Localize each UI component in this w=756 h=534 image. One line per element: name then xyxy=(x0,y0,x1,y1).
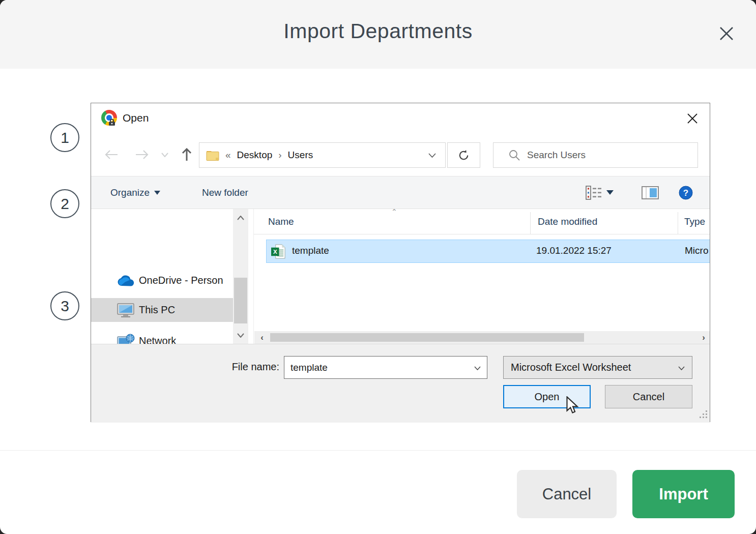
file-list: ⌃ Name Date modified Type X templ xyxy=(253,209,710,344)
cancel-button[interactable]: Cancel xyxy=(517,470,617,518)
search-input[interactable]: Search Users xyxy=(493,142,698,168)
help-icon: ? xyxy=(679,186,693,200)
column-header-date-modified[interactable]: Date modified xyxy=(538,216,597,227)
dialog-title: Open xyxy=(123,112,149,124)
places-sidebar: OneDrive - Person This PC xyxy=(91,209,233,344)
file-date-cell: 19.01.2022 15:27 xyxy=(536,245,612,256)
step-2-badge: 2 xyxy=(50,189,79,218)
step-3-badge: 3 xyxy=(50,291,79,320)
scroll-down-icon[interactable] xyxy=(233,329,248,342)
file-type-cell: Micro xyxy=(685,245,708,256)
open-button-label: Open xyxy=(535,391,560,403)
horizontal-scrollbar-thumb[interactable] xyxy=(270,333,584,342)
footer-divider xyxy=(0,450,756,451)
file-type-value: Microsoft Excel Worksheet xyxy=(511,362,631,373)
file-name-input[interactable]: template xyxy=(284,356,487,379)
dialog-titlebar: Open xyxy=(91,103,710,133)
file-open-dialog: Open xyxy=(91,103,710,422)
view-mode-dropdown-icon xyxy=(606,190,614,195)
import-button[interactable]: Import xyxy=(632,470,735,518)
sidebar-scrollbar[interactable] xyxy=(233,209,248,344)
scroll-right-icon[interactable]: › xyxy=(697,331,710,344)
file-list-header: ⌃ Name Date modified Type xyxy=(254,209,710,234)
new-folder-label: New folder xyxy=(202,187,248,198)
step-1-badge: 1 xyxy=(50,123,79,152)
refresh-icon xyxy=(458,150,470,161)
sidebar-item-label: This PC xyxy=(139,304,175,316)
sidebar-item-this-pc[interactable]: This PC xyxy=(91,298,233,322)
list-view-icon xyxy=(586,186,602,200)
up-icon[interactable] xyxy=(179,141,195,168)
scroll-up-icon[interactable] xyxy=(233,211,248,224)
file-type-dropdown-icon xyxy=(678,364,685,372)
resize-grip-icon[interactable] xyxy=(699,409,709,420)
column-header-type[interactable]: Type xyxy=(684,216,705,227)
sidebar-scrollbar-thumb[interactable] xyxy=(234,278,247,323)
lock-badge-icon xyxy=(108,118,115,126)
new-folder-button[interactable]: New folder xyxy=(202,176,248,209)
sort-ascending-icon: ⌃ xyxy=(391,209,397,216)
breadcrumb-prefix: « xyxy=(225,150,231,161)
forward-icon[interactable] xyxy=(134,141,150,168)
step-1-number: 1 xyxy=(61,129,69,146)
sidebar-item-network[interactable]: Network xyxy=(91,329,233,344)
dialog-content: OneDrive - Person This PC xyxy=(91,209,710,344)
import-departments-modal: Import Departments 1 2 3 Open xyxy=(0,0,756,534)
network-icon xyxy=(117,332,135,344)
close-icon[interactable] xyxy=(717,24,736,43)
organize-label: Organize xyxy=(110,187,150,198)
search-placeholder: Search Users xyxy=(527,150,586,161)
dialog-cancel-label: Cancel xyxy=(633,391,664,403)
breadcrumb-item-users[interactable]: Users xyxy=(288,150,313,161)
svg-text:X: X xyxy=(273,248,277,255)
address-bar[interactable]: « Desktop › Users xyxy=(199,142,446,168)
onedrive-cloud-icon xyxy=(117,272,135,290)
dialog-cancel-button[interactable]: Cancel xyxy=(605,385,692,408)
file-name-label: File name: xyxy=(183,361,279,373)
preview-pane-icon xyxy=(642,186,659,199)
view-mode-button[interactable] xyxy=(586,176,614,209)
modal-header: Import Departments xyxy=(0,0,756,69)
file-row-template[interactable]: X template 19.01.2022 15:27 Micro xyxy=(266,240,710,263)
svg-text:?: ? xyxy=(683,188,688,198)
folder-icon xyxy=(206,150,220,161)
address-dropdown-icon[interactable] xyxy=(428,153,436,158)
breadcrumb-item-desktop[interactable]: Desktop xyxy=(237,150,273,161)
file-name-value: template xyxy=(290,362,328,373)
step-3-number: 3 xyxy=(61,298,69,315)
mouse-cursor-icon xyxy=(563,396,580,416)
breadcrumb-separator: › xyxy=(278,150,281,161)
file-name-dropdown-icon[interactable] xyxy=(474,364,481,372)
sidebar-item-label: Network xyxy=(139,335,176,344)
recent-locations-icon[interactable] xyxy=(159,141,170,168)
organize-dropdown-icon xyxy=(154,191,160,195)
file-type-select[interactable]: Microsoft Excel Worksheet xyxy=(503,356,692,379)
dialog-close-icon[interactable] xyxy=(685,111,700,126)
dialog-bottom-bar: File name: template Microsoft Excel Work… xyxy=(91,344,710,423)
navigation-row: « Desktop › Users Search User xyxy=(91,133,710,176)
back-icon[interactable] xyxy=(103,141,120,168)
scroll-left-icon[interactable]: ‹ xyxy=(255,331,269,344)
this-pc-icon xyxy=(117,301,135,319)
column-header-name[interactable]: Name xyxy=(268,216,294,227)
page-title: Import Departments xyxy=(0,19,756,43)
excel-file-icon: X xyxy=(271,244,287,259)
file-name-cell: template xyxy=(292,245,329,256)
sidebar-item-label: OneDrive - Person xyxy=(139,275,223,286)
step-2-number: 2 xyxy=(61,195,69,213)
dialog-toolbar: Organize New folder xyxy=(91,176,710,209)
organize-button[interactable]: Organize xyxy=(110,176,160,209)
refresh-button[interactable] xyxy=(447,142,480,168)
preview-pane-button[interactable] xyxy=(642,176,659,209)
horizontal-scrollbar[interactable]: ‹ › xyxy=(254,331,710,344)
search-icon xyxy=(509,150,520,161)
sidebar-item-onedrive[interactable]: OneDrive - Person xyxy=(91,269,233,292)
help-button[interactable]: ? xyxy=(679,176,693,209)
